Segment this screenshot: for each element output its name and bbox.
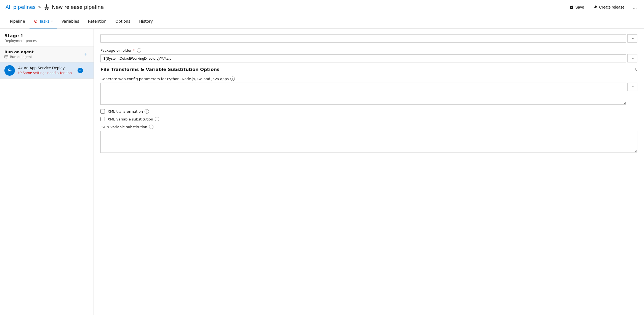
stage-info: Stage 1 Deployment process [4, 33, 38, 43]
agent-title: Run on agent [4, 50, 34, 54]
top-partial-input[interactable] [100, 34, 626, 43]
tab-tasks[interactable]: ⊙ Tasks ▾ [30, 14, 57, 28]
task-item[interactable]: Azure App Service Deploy: ⓘ Some setting… [0, 62, 94, 79]
xml-transformation-checkbox[interactable] [100, 109, 105, 114]
left-panel: Stage 1 Deployment process ⋯ Run on agen… [0, 29, 94, 315]
package-input-row: ⋯ [100, 54, 637, 62]
task-actions: ✓ ⋮ [78, 68, 89, 73]
stage-name: Stage 1 [4, 33, 38, 38]
svg-rect-6 [6, 58, 7, 59]
header-more-button[interactable]: ... [631, 4, 638, 11]
agent-header-left: Run on agent Run on agent [4, 50, 34, 59]
svg-rect-3 [47, 9, 48, 10]
page-header: All pipelines > New release pipeline Sav… [0, 0, 644, 14]
top-partial-section: ⋯ [100, 34, 637, 43]
right-panel: ⋯ Package or folder * i ⋯ File Transform… [94, 29, 644, 315]
nav-tabs: Pipeline ⊙ Tasks ▾ Variables Retention O… [0, 14, 644, 29]
save-button[interactable]: Save [567, 4, 586, 11]
file-transforms-section: File Transforms & Variable Substitution … [100, 67, 637, 153]
save-label: Save [575, 5, 584, 9]
xml-variable-substitution-row: XML variable substitution i [100, 117, 637, 121]
tab-retention[interactable]: Retention [84, 14, 111, 28]
package-ellipsis-button[interactable]: ⋯ [627, 54, 637, 62]
tab-history[interactable]: History [135, 14, 157, 28]
tab-options[interactable]: Options [111, 14, 135, 28]
task-enabled-check: ✓ [78, 68, 83, 73]
header-actions: Save Create release ... [567, 4, 638, 11]
pipeline-icon [44, 4, 50, 10]
package-label-text: Package or folder [100, 48, 132, 53]
json-variable-substitution-group: JSON variable substitution i [100, 125, 637, 153]
xml-transformation-row: XML transformation i [100, 109, 637, 114]
package-input[interactable] [100, 54, 626, 62]
json-variable-substitution-label: JSON variable substitution i [100, 125, 637, 129]
task-warning: ⓘ Some settings need attention [18, 70, 74, 75]
task-info: Azure App Service Deploy: ⓘ Some setting… [18, 66, 74, 75]
create-release-button[interactable]: Create release [591, 4, 627, 11]
xml-variable-substitution-checkbox[interactable] [100, 117, 105, 121]
json-variable-substitution-textarea[interactable] [100, 131, 637, 153]
generate-webconfig-label-text: Generate web.config parameters for Pytho… [100, 77, 229, 81]
tasks-chevron-icon: ▾ [51, 20, 53, 23]
section-header: File Transforms & Variable Substitution … [100, 67, 637, 72]
package-field-label: Package or folder * i [100, 48, 637, 53]
package-info-icon[interactable]: i [137, 48, 141, 53]
warning-icon: ⓘ [18, 70, 22, 75]
xml-transformation-info-icon[interactable]: i [145, 109, 149, 114]
all-pipelines-link[interactable]: All pipelines [6, 4, 36, 10]
generate-webconfig-info-icon[interactable]: i [230, 77, 235, 81]
svg-rect-0 [46, 4, 47, 7]
generate-webconfig-ellipsis-button[interactable]: ⋯ [627, 83, 637, 91]
stage-header: Stage 1 Deployment process ⋯ [0, 29, 94, 46]
xml-variable-substitution-info-icon[interactable]: i [155, 117, 159, 121]
create-release-label: Create release [599, 5, 624, 9]
azure-app-service-icon [4, 65, 15, 76]
task-warning-text: Some settings need attention [23, 71, 72, 75]
add-task-button[interactable]: + [83, 51, 89, 58]
top-partial-ellipsis-button[interactable]: ⋯ [627, 34, 637, 43]
drag-handle-icon[interactable]: ⋮ [85, 68, 89, 73]
generate-webconfig-input-row: ⋯ [100, 83, 637, 105]
breadcrumb: All pipelines > New release pipeline [6, 4, 104, 10]
main-layout: Stage 1 Deployment process ⋯ Run on agen… [0, 29, 644, 315]
required-star: * [133, 48, 135, 53]
json-variable-substitution-input-row [100, 131, 637, 153]
section-title-text: File Transforms & Variable Substitution … [100, 67, 219, 72]
rocket-icon [593, 5, 597, 9]
section-title: File Transforms & Variable Substitution … [100, 67, 219, 72]
xml-transformation-label[interactable]: XML transformation i [108, 109, 149, 114]
page-title: New release pipeline [52, 4, 104, 10]
agent-header: Run on agent Run on agent + [0, 46, 94, 62]
tab-variables[interactable]: Variables [57, 14, 84, 28]
generate-webconfig-label: Generate web.config parameters for Pytho… [100, 77, 637, 81]
section-collapse-button[interactable]: ∧ [634, 67, 637, 72]
task-name: Azure App Service Deploy: [18, 66, 74, 70]
stage-more-button[interactable]: ⋯ [81, 33, 89, 40]
xml-variable-substitution-label[interactable]: XML variable substitution i [108, 117, 159, 121]
generate-webconfig-group: Generate web.config parameters for Pytho… [100, 77, 637, 105]
agent-icon [4, 55, 8, 59]
svg-rect-1 [45, 7, 49, 8]
generate-webconfig-textarea[interactable] [100, 83, 626, 105]
tab-pipeline[interactable]: Pipeline [6, 14, 30, 28]
save-icon [569, 5, 574, 9]
svg-rect-2 [45, 9, 46, 10]
package-field-group: Package or folder * i ⋯ [100, 48, 637, 62]
tasks-warning-dot: ⊙ [34, 19, 38, 24]
json-variable-substitution-info-icon[interactable]: i [149, 125, 153, 129]
json-variable-substitution-label-text: JSON variable substitution [100, 125, 147, 129]
stage-subtitle: Deployment process [4, 39, 38, 43]
agent-subtitle: Run on agent [4, 55, 34, 59]
svg-rect-5 [5, 56, 8, 57]
breadcrumb-separator: > [38, 4, 41, 10]
agent-section: Run on agent Run on agent + [0, 46, 94, 79]
